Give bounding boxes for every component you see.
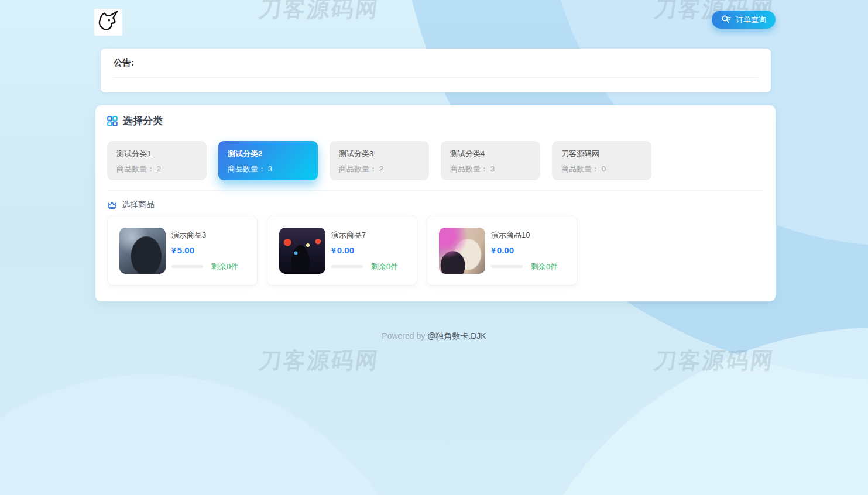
category-name: 测试分类3 [339, 149, 420, 159]
order-query-label: 订单查询 [736, 15, 766, 25]
search-list-icon [721, 15, 731, 25]
stock-remaining-label: 剩余0件 [371, 262, 398, 272]
stock-progress-bar [331, 265, 363, 268]
announcement-divider [114, 77, 758, 78]
footer: Powered by @独角数卡.DJK [0, 331, 868, 342]
category-item-2-active[interactable]: 测试分类2 商品数量： 3 [218, 141, 318, 180]
brand-link[interactable]: @独角数卡.DJK [427, 331, 486, 341]
stock-remaining-label: 剩余0件 [531, 262, 558, 272]
product-image [119, 228, 166, 274]
announcement-card: 公告: [101, 49, 771, 92]
product-price: ¥0.00 [331, 245, 411, 255]
product-info: 演示商品3 ¥5.00 剩余0件 [171, 230, 257, 272]
category-name: 测试分类4 [450, 149, 531, 159]
category-count: 商品数量： 0 [561, 164, 642, 174]
product-card-3[interactable]: 演示商品10 ¥0.00 剩余0件 [427, 216, 577, 286]
section-divider [107, 190, 764, 191]
unicorn-logo-icon [96, 9, 121, 35]
product-name: 演示商品10 [491, 230, 571, 240]
category-name: 刀客源码网 [561, 149, 642, 159]
product-name: 演示商品3 [171, 230, 251, 240]
product-price: ¥5.00 [171, 245, 251, 255]
category-section-title: 选择分类 [123, 114, 163, 128]
announcement-label: 公告: [114, 57, 758, 68]
product-image [439, 228, 485, 274]
product-info: 演示商品7 ¥0.00 剩余0件 [331, 230, 417, 272]
product-price: ¥0.00 [491, 245, 571, 255]
category-count: 商品数量： 2 [116, 164, 197, 174]
product-info: 演示商品10 ¥0.00 剩余0件 [491, 230, 577, 272]
product-card-2[interactable]: 演示商品7 ¥0.00 剩余0件 [267, 216, 417, 286]
category-list: 测试分类1 商品数量： 2 测试分类2 商品数量： 3 测试分类3 商品数量： … [107, 141, 764, 180]
product-list: 演示商品3 ¥5.00 剩余0件 演示商品7 ¥0.00 剩余0件 [107, 216, 764, 286]
site-logo[interactable] [94, 9, 122, 36]
grid-category-icon [107, 116, 118, 126]
order-query-button[interactable]: 订单查询 [712, 11, 776, 29]
background-arc-bottom-left [0, 374, 427, 495]
stock-progress-bar [491, 265, 523, 268]
category-count: 商品数量： 3 [228, 164, 308, 174]
product-card-1[interactable]: 演示商品3 ¥5.00 剩余0件 [107, 216, 258, 286]
category-item-1[interactable]: 测试分类1 商品数量： 2 [107, 141, 207, 180]
watermark-text: 刀客源码网 [652, 346, 776, 376]
product-section-title: 选择商品 [122, 200, 155, 210]
stock-progress-bar [171, 265, 203, 268]
product-image [279, 228, 325, 274]
stock-remaining-label: 剩余0件 [211, 262, 238, 272]
watermark-text: 刀客源码网 [257, 0, 381, 24]
watermark-text: 刀客源码网 [257, 346, 381, 376]
shop-main-card: 选择分类 测试分类1 商品数量： 2 测试分类2 商品数量： 3 测试分类3 商… [95, 105, 776, 301]
crown-icon [107, 200, 117, 209]
storefront-page: 刀客源码网 刀客源码网 刀客源码网 刀客源码网 订单查询 公告: [0, 0, 868, 495]
category-section-header: 选择分类 [107, 114, 764, 128]
product-section-header: 选择商品 [107, 200, 764, 210]
category-item-4[interactable]: 测试分类4 商品数量： 3 [441, 141, 540, 180]
category-count: 商品数量： 3 [450, 164, 531, 174]
category-name: 测试分类1 [116, 149, 197, 159]
category-item-3[interactable]: 测试分类3 商品数量： 2 [330, 141, 429, 180]
powered-by-text: Powered by [382, 331, 425, 341]
category-count: 商品数量： 2 [339, 164, 420, 174]
category-name: 测试分类2 [228, 149, 308, 159]
category-item-5[interactable]: 刀客源码网 商品数量： 0 [552, 141, 651, 180]
product-name: 演示商品7 [331, 230, 411, 240]
